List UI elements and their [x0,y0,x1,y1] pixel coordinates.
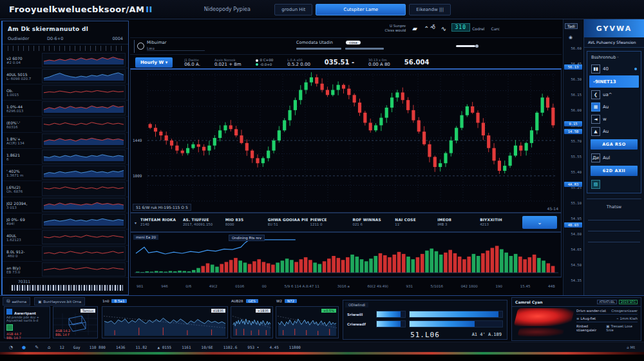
axis-mode-chip[interactable]: Tadi [565,23,578,29]
clock-icon[interactable]: ◔ [9,345,13,350]
watchlist-row[interactable]: Ob.1.0015 [3,84,128,101]
chart-a-chip2[interactable]: B 5a1 [111,299,127,303]
time-axis-label: 00 [262,284,267,288]
watchlist-price: EB 73.0 [6,270,42,274]
price-tag[interactable]: 4A.R3 [564,182,582,187]
watchlist-row[interactable]: v2 6070#2 0.04 [3,52,128,68]
candlestick-chart[interactable]: 14491009 51 6/W ruk HI-195-115 O 5 45-14 [130,68,562,213]
chart-c-gain-tag: +0.5% [321,309,336,313]
sidebar-tool-item[interactable]: ▲Au [587,125,641,137]
price-tag[interactable]: 0.15 [564,121,582,126]
sidebar-tool-item[interactable]: ▮▮40 [587,63,641,75]
toolbar-carc-button[interactable]: Carc [491,26,500,31]
watchlist-row[interactable]: J,6%(2)Oh. 6876 [3,181,128,197]
watchlist-row[interactable]: 1.0%-446296.013 [3,101,128,117]
card-red-value: BBL 14.7 [6,336,48,340]
watchlist-row[interactable]: ' 402%1.3671 m [3,165,128,181]
watchlist-row[interactable]: an B(y)EB 73.0 [3,262,128,278]
sidebar-tool-item[interactable]: ▦Au [587,101,641,113]
chart-a-chip1[interactable]: 1n0 [102,299,109,303]
stats-dropdown-button[interactable]: ⌄ [522,216,557,229]
control-row[interactable]: ≡LAug-fiet ⌁1mm Kiwh [576,315,638,322]
watchlist-price: 3 013 [6,206,42,210]
folder-icon[interactable]: ▰ [412,25,417,32]
price-axis[interactable]: Tadi ◉ 56.6056.4556.3056.1556.0055.8555.… [563,19,583,295]
market-stats-bar: ▾ TIMTEAM RIOKA2140AS. TIUFIUE2017, 4009… [130,213,562,232]
eye-icon[interactable]: ◉ [569,35,573,40]
progress-bar-2 [345,48,384,50]
watchlist-row[interactable]: 40UL 5015L- 6098 020.7 [3,68,128,84]
pencil-icon[interactable]: ✎ [35,345,39,350]
blueprint-panel[interactable]: Tamius 4GB 14.2 BBL 14 F [53,306,98,338]
wave-indicator-icon[interactable]: ∿ [441,25,446,32]
news-card-panel[interactable]: Awwrtpant Ad prende pde 4oz + Aqzvalnad … [4,306,50,338]
indicator-name-chip[interactable]: meni Ea 20 [133,235,158,240]
watchlist-row[interactable]: J0 0%- 69494! [3,213,128,229]
watchlist-price: L- 6098 020.7 [6,77,42,81]
bottom-tab-2[interactable]: ▣ BunHayevve.bit Orna [34,297,85,306]
record-icon[interactable] [137,43,144,50]
chart-c-chip[interactable]: N72 [285,299,297,303]
barcode-strip [12,285,123,291]
sidebar-tool-item[interactable]: ❮ua^ [587,88,641,101]
chart-b-tag: +1B35 [256,309,270,313]
tab-3[interactable]: Eikeandw ||| [409,4,451,15]
tab-1[interactable]: grodun Hit [274,4,312,15]
watchlist-separator [8,46,123,51]
control-row[interactable]: Rinbed stiaengateir ▣Treswet Lose Snie [576,322,638,333]
watchlist-row[interactable]: 1.86216 [3,149,128,165]
watchlist-symbol: (E0%'-' [6,121,42,125]
mini-chart-c[interactable]: W2 N72 +0.5% [276,306,339,338]
market-stat-column: NAI COSE11' [395,218,435,228]
chart-c-title[interactable]: W2 [276,299,282,303]
sidebar-action-button[interactable]: 62D AXII [591,166,638,176]
app-title: Frooyuelkweluecbksoor/AMII [9,5,153,14]
watchlist-sparkline [42,182,126,196]
price-tag[interactable]: 4B.03 [564,222,582,228]
mini-chart-a[interactable]: 1n0 B 5a1 41B35 [102,306,228,338]
watchlist-price: 1.0015 [6,93,42,97]
home-icon[interactable]: ⌂ [48,345,50,350]
watchlist-row[interactable]: (E0%'-'60316 [3,117,128,133]
watchlist-sparkline [42,214,126,228]
mini-slider[interactable] [456,45,475,47]
timeframe-button[interactable]: Hourly W ▾ [135,57,173,68]
session-pill[interactable]: cosa [346,41,361,44]
watchlist-sparkline [42,101,126,115]
watchlist-sidebar: Am Dk skiermanuuto dl Oudiwider D0-6+0 0… [1,21,129,295]
caret-icon[interactable]: ▾ [135,220,137,225]
tool-icon: ◄ [591,115,600,124]
sidebar-tool-item[interactable]: ◄w [587,113,641,125]
watchlist-row[interactable]: J02 20394,3 013 [3,197,128,213]
lower-section: Thatsw [587,199,641,242]
watchlist-row[interactable]: 40UL1.62123 [3,229,128,246]
sidebar-tool-item[interactable]: ▧ [587,178,641,190]
watchlist-col-symbol[interactable]: Oudiwider [8,36,29,41]
toolbar-group-label: U SunpreCless would [385,24,406,32]
chart-b-title[interactable]: AUB28 [231,299,243,303]
sidebar-tool-item[interactable]: -9INET13 [589,75,639,88]
watchlist-col-change[interactable]: D0-6+0 [47,36,63,41]
volume-indicator-panel[interactable]: meni Ea 20 Ondining Rts rev [130,232,562,277]
bottom-tab-1[interactable]: Ⓜ aathena [3,297,30,306]
sidebar-tool-item[interactable]: ДиAul [587,151,641,164]
control-row[interactable]: Drivn wander-ciat Crosgeraniawer [576,307,638,315]
bottom-tabs: Ⓜ aathena ▣ BunHayevve.bit Orna [3,297,85,306]
mini-chart-c-header: W2 N72 [276,299,338,303]
status-metric: 1161 [182,345,191,349]
connection-dot-icon[interactable]: ● [22,345,26,350]
price-tag[interactable]: 56.13 [564,64,582,70]
tab-2-active[interactable]: Cutspiter Lame [316,4,406,15]
watchlist-row-label: J0 0%- 69494! [6,217,42,226]
mini-chart-b[interactable]: AUB28 GES +1B35 [231,306,273,338]
toolbar-codrel-button[interactable]: Codrel [472,26,484,31]
price-tag[interactable]: 14.5B [564,129,582,134]
watchlist-symbol: 1.0%-44 [6,104,42,109]
sidebar-action-button[interactable]: AGA RSO [591,139,638,150]
status-dot [256,63,258,66]
time-axis[interactable]: 9819460/649(20106005/9 6 114 A.8:47 1130… [130,277,562,294]
watchlist-row[interactable]: 8.0L 912-.460 0 [3,246,128,262]
card-line: Aqzvalnad swrlls b-d [6,319,48,322]
chart-b-chip[interactable]: GES [246,299,258,303]
watchlist-row[interactable]: 1.8%'+AC(R) 134 [3,133,128,149]
